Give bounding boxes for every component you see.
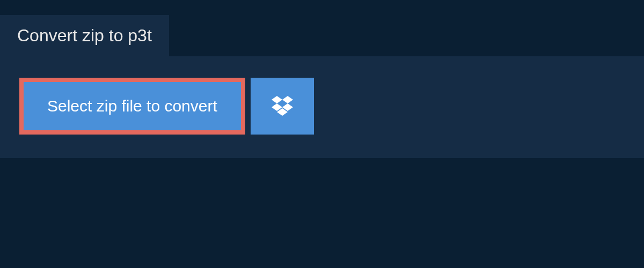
tab-header: Convert zip to p3t	[0, 15, 169, 56]
dropbox-icon	[272, 95, 293, 117]
select-file-button[interactable]: Select zip file to convert	[19, 78, 245, 135]
svg-marker-0	[272, 96, 282, 103]
select-file-label: Select zip file to convert	[47, 97, 217, 115]
page-title: Convert zip to p3t	[17, 26, 152, 46]
button-row: Select zip file to convert	[19, 78, 625, 135]
upload-panel: Select zip file to convert	[0, 56, 644, 158]
dropbox-button[interactable]	[251, 78, 314, 135]
svg-marker-1	[282, 96, 293, 103]
